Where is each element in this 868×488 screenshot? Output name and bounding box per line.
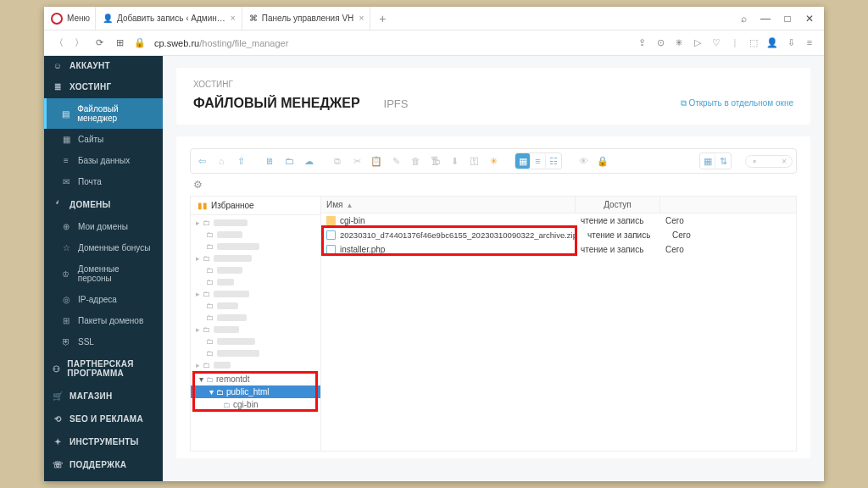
tree-node-remontdt[interactable]: ▾🗀remontdt: [191, 373, 320, 385]
lock-icon[interactable]: 🔒: [595, 153, 610, 169]
clear-icon[interactable]: ×: [782, 157, 787, 166]
grid-icon[interactable]: ⊞: [114, 37, 125, 48]
col-access[interactable]: Доступ: [576, 197, 660, 213]
table-row[interactable]: 20230310_d74401376f46e9bc6155_2023031009…: [321, 228, 796, 242]
sidebar-item-packages[interactable]: ⊞Пакеты доменов: [44, 310, 163, 331]
paste-icon[interactable]: 📋: [369, 153, 384, 169]
lock-icon: 🔒: [134, 37, 146, 48]
new-tab-button[interactable]: +: [370, 12, 394, 25]
support-icon: ☏: [53, 460, 63, 469]
view-grid-icon[interactable]: ▦: [515, 153, 531, 169]
copy-icon[interactable]: ⧉: [330, 153, 345, 169]
back-icon[interactable]: ⇦: [194, 153, 209, 169]
opera-icon: [51, 13, 63, 25]
reload-icon[interactable]: ⟳: [93, 37, 105, 48]
filter-input[interactable]: ⚬×: [745, 155, 793, 168]
camera-icon[interactable]: ⊙: [654, 37, 666, 48]
sidebar-account[interactable]: АККАУНТ: [70, 61, 110, 70]
sidebar-item-filemanager[interactable]: ▤Файловый менеджер: [44, 98, 163, 129]
table-row[interactable]: cgi-bin чтение и запись Сего: [321, 214, 796, 228]
up-icon[interactable]: ⇧: [233, 153, 248, 169]
archive-icon[interactable]: 🗜: [427, 153, 442, 169]
breadcrumb: ХОСТИНГ: [176, 68, 810, 89]
menu-button[interactable]: Меню: [44, 7, 96, 30]
download-icon[interactable]: ⇩: [785, 37, 797, 48]
tab-ipfs[interactable]: IPFS: [384, 97, 409, 110]
sidebar-item-mydomains[interactable]: ⊕Мои домены: [44, 216, 163, 237]
sidebar-item-mail[interactable]: ✉Почта: [44, 171, 163, 192]
table-row[interactable]: installer.php чтение и запись Сего: [321, 242, 796, 257]
address-bar[interactable]: cp.sweb.ru/hosting/file_manager: [154, 38, 627, 48]
shop-icon: 🛒: [53, 391, 63, 401]
view-list-icon[interactable]: ≡: [531, 153, 546, 169]
eye-icon[interactable]: 👁: [576, 153, 591, 169]
file-icon: [326, 230, 336, 240]
hosting-icon: ≣: [53, 82, 63, 92]
view-detail-icon[interactable]: ☷: [546, 153, 561, 169]
browser-tab[interactable]: 👤Добавить запись ‹ Админ…×: [96, 7, 242, 30]
file-list: Имя▲ Доступ cgi-bin чтение и запись Сего…: [321, 196, 797, 452]
sort-icon[interactable]: ⇅: [715, 153, 731, 169]
close-icon[interactable]: ×: [230, 14, 236, 23]
heart-icon[interactable]: ♡: [710, 37, 722, 48]
more-icon[interactable]: ≡: [804, 37, 815, 48]
close-icon[interactable]: ×: [358, 14, 364, 23]
sidebar-tools[interactable]: ИНСТРУМЕНТЫ: [70, 437, 139, 446]
star-icon[interactable]: ✳: [486, 153, 501, 169]
tree-node-public-html[interactable]: ▾🗀public_html: [191, 385, 320, 398]
sidebar-partner[interactable]: ПАРТНЕРСКАЯ ПРОГРАММА: [67, 359, 154, 378]
globe-icon: ⌘: [249, 14, 258, 23]
forward-icon[interactable]: 〉: [73, 36, 85, 49]
file-icon: [326, 245, 336, 254]
back-icon[interactable]: 〈: [53, 36, 64, 49]
sidebar-item-ip[interactable]: ◎IP-адреса: [44, 289, 163, 310]
sidebar-domains[interactable]: ДОМЕНЫ: [70, 200, 111, 209]
sidebar-item-db[interactable]: ≡Базы данных: [44, 150, 163, 171]
perm-icon[interactable]: ⚿: [466, 153, 481, 169]
sidebar: ☺АККАУНТ ≣ХОСТИНГ ▤Файловый менеджер ▦Са…: [44, 56, 163, 481]
sidebar-item-ssl[interactable]: ⛨SSL: [44, 331, 163, 352]
maximize-icon[interactable]: □: [782, 13, 793, 25]
favorite-icon: ▮▮: [198, 201, 208, 210]
person-icon: 👤: [103, 14, 113, 23]
sidebar-hosting[interactable]: ХОСТИНГ: [70, 82, 111, 92]
sidebar-seo[interactable]: SEO И РЕКЛАМА: [70, 414, 143, 424]
tools-icon: ✦: [53, 437, 63, 446]
sidebar-item-persons[interactable]: ♔Доменные персоны: [44, 258, 163, 289]
close-window-icon[interactable]: ✕: [804, 13, 815, 25]
sidebar-item-bonus[interactable]: ☆Доменные бонусы: [44, 237, 163, 258]
play-icon[interactable]: ▷: [692, 37, 704, 48]
avatar-icon[interactable]: 👤: [766, 37, 778, 48]
share-icon[interactable]: ⇪: [636, 37, 648, 48]
domains-icon: ᔊ: [53, 199, 63, 209]
cube-icon[interactable]: ⬚: [748, 37, 760, 48]
colors-icon[interactable]: ▦: [700, 153, 715, 169]
download2-icon[interactable]: ⬇: [447, 153, 462, 169]
seo-icon: ⟲: [53, 414, 63, 424]
folder-icon: [326, 216, 336, 225]
minimize-icon[interactable]: —: [760, 13, 771, 25]
home-icon[interactable]: ⌂: [214, 153, 229, 169]
delete-icon[interactable]: 🗑: [408, 153, 423, 169]
folder-tree: ▮▮Избранное ▸ 🗀 🗀 🗀 ▸ 🗀 🗀 🗀 ▸ 🗀 🗀 🗀 ▸: [190, 196, 321, 452]
open-new-window-link[interactable]: Открыть в отдельном окне: [681, 98, 793, 108]
search-icon[interactable]: ⌕: [737, 13, 749, 25]
page-title: ФАЙЛОВЫЙ МЕНЕДЖЕР: [193, 96, 360, 111]
tree-node-cgi-bin[interactable]: 🗀cgi-bin: [191, 398, 320, 411]
partner-icon: ⚇: [53, 364, 60, 374]
user-icon: ☺: [53, 61, 63, 70]
cloud-download-icon[interactable]: ☁: [301, 153, 316, 169]
file-toolbar: ⇦ ⌂ ⇧ 🗎 🗀 ☁ ⧉ ✂ 📋 ✎ 🗑 🗜 ⬇ ⚿ ✳: [190, 148, 797, 174]
sidebar-shop[interactable]: МАГАЗИН: [70, 391, 113, 401]
cut-icon[interactable]: ✂: [349, 153, 364, 169]
sidebar-support[interactable]: ПОДДЕРЖКА: [70, 460, 126, 469]
newfile-icon[interactable]: 🗎: [262, 153, 277, 169]
browser-tab[interactable]: ⌘Панель управления VH×: [242, 7, 371, 30]
rename-icon[interactable]: ✎: [388, 153, 403, 169]
sidebar-item-sites[interactable]: ▦Сайты: [44, 129, 163, 150]
shield-icon[interactable]: ⛯: [673, 37, 685, 48]
settings-icon[interactable]: ⚙: [190, 174, 797, 191]
col-name[interactable]: Имя▲: [321, 197, 576, 213]
newfolder-icon[interactable]: 🗀: [281, 153, 297, 169]
